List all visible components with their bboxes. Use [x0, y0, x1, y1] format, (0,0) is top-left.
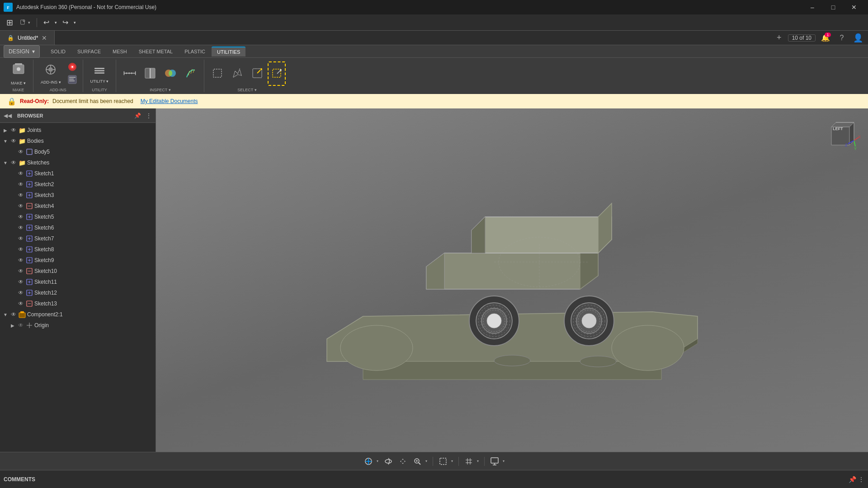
maximize-button[interactable]: □ [823, 0, 844, 14]
tree-item-body5[interactable]: 👁 Body5 [0, 146, 156, 157]
close-button[interactable]: ✕ [844, 0, 864, 14]
sketch8-vis-icon[interactable]: 👁 [17, 246, 24, 253]
display-settings-dropdown[interactable]: ▾ [488, 455, 506, 468]
browser-more-button[interactable]: ⋮ [146, 112, 152, 119]
origin-expand-icon[interactable]: ▶ [9, 322, 16, 329]
design-workspace-dropdown[interactable]: DESIGN ▾ [4, 45, 40, 58]
app-menu-button[interactable]: ⊞ [4, 16, 16, 29]
tab-utilities[interactable]: UTILITIES [212, 47, 245, 56]
document-tab[interactable]: 🔒 Untitled* ✕ [0, 31, 55, 45]
view-cube[interactable]: X Y Z LEFT [825, 116, 861, 152]
sketch11-vis-icon[interactable]: 👁 [17, 278, 24, 286]
tree-item-sketch6[interactable]: 👁 Sketch6 [0, 222, 156, 233]
cursor-tool-dropdown[interactable]: ▾ [362, 455, 380, 468]
sketch13-vis-icon[interactable]: 👁 [17, 300, 24, 307]
grid-settings-button[interactable] [462, 455, 475, 468]
notifications-button[interactable]: 🔔 1 [819, 32, 832, 44]
sketch3-vis-icon[interactable]: 👁 [17, 192, 24, 199]
undo-button[interactable]: ↩ [41, 16, 52, 29]
selection-mode-dropdown-arrow[interactable]: ▾ [449, 455, 455, 468]
display-dropdown-arrow[interactable]: ▾ [501, 455, 506, 468]
tab-close-button[interactable]: ✕ [42, 34, 47, 42]
display-settings-button[interactable] [488, 455, 501, 468]
tree-item-sketch5[interactable]: 👁 Sketch5 [0, 211, 156, 222]
tree-item-sketch10[interactable]: 👁 Sketch10 [0, 266, 156, 277]
tab-surface[interactable]: SURFACE [72, 47, 106, 56]
measure-button[interactable] [120, 61, 140, 86]
tree-item-sketch1[interactable]: 👁 Sketch1 [0, 168, 156, 179]
undo-dropdown-button[interactable]: ▾ [54, 16, 58, 29]
tree-item-sketch9[interactable]: 👁 Sketch9 [0, 255, 156, 266]
scripts-debug-button[interactable] [66, 74, 79, 86]
tree-item-bodies[interactable]: ▼ 👁 📁 Bodies [0, 136, 156, 146]
sketch7-vis-icon[interactable]: 👁 [17, 235, 24, 242]
tab-solid[interactable]: SOLID [45, 47, 71, 56]
comments-more-button[interactable]: ⋮ [858, 476, 864, 483]
browser-collapse-button[interactable]: ◀◀ [4, 113, 12, 119]
component2-expand-icon[interactable]: ▼ [2, 311, 9, 318]
selection-mode-dropdown[interactable]: ▾ [437, 455, 455, 468]
window-select-button[interactable] [208, 61, 227, 86]
freeform-select-button[interactable] [228, 61, 247, 86]
tree-item-sketches[interactable]: ▼ 👁 📁 Sketches [0, 157, 156, 168]
select-filters-button[interactable] [268, 61, 286, 86]
viewport[interactable]: X Y Z LEFT [156, 108, 868, 452]
sketch4-vis-icon[interactable]: 👁 [17, 202, 24, 210]
sketch6-vis-icon[interactable]: 👁 [17, 224, 24, 231]
tree-item-origin[interactable]: ▶ 👁 Origin [0, 320, 156, 331]
scripts-run-button[interactable] [66, 61, 79, 73]
file-button[interactable]: ▾ [18, 16, 33, 29]
tree-item-sketch11[interactable]: 👁 Sketch11 [0, 277, 156, 287]
zoom-button[interactable] [411, 455, 424, 468]
sketch2-vis-icon[interactable]: 👁 [17, 181, 24, 188]
user-button[interactable]: 👤 [852, 32, 864, 44]
tree-item-sketch8[interactable]: 👁 Sketch8 [0, 244, 156, 255]
grid-dropdown-arrow[interactable]: ▾ [475, 455, 481, 468]
sketch1-vis-icon[interactable]: 👁 [17, 170, 24, 177]
sketches-expand-icon[interactable]: ▼ [2, 159, 9, 166]
joints-expand-icon[interactable]: ▶ [2, 127, 9, 134]
sketches-visibility-icon[interactable]: 👁 [10, 159, 17, 166]
new-tab-button[interactable]: + [774, 32, 784, 44]
redo-button[interactable]: ↪ [60, 16, 71, 29]
joints-visibility-icon[interactable]: 👁 [10, 127, 17, 134]
minimize-button[interactable]: – [802, 0, 823, 14]
pan-button[interactable] [396, 455, 409, 468]
orbit-button[interactable] [382, 455, 395, 468]
paint-select-button[interactable] [248, 61, 267, 86]
body5-visibility-icon[interactable]: 👁 [17, 148, 24, 155]
interference-button[interactable] [160, 61, 180, 86]
curvature-comb-button[interactable] [181, 61, 200, 86]
editable-documents-link[interactable]: My Editable Documents [141, 98, 198, 104]
cursor-tool-button[interactable] [362, 455, 375, 468]
bodies-visibility-icon[interactable]: 👁 [10, 137, 17, 145]
comments-pin-button[interactable]: 📌 [849, 476, 856, 483]
cursor-tool-dropdown-arrow[interactable]: ▾ [375, 455, 380, 468]
zoom-dropdown-arrow[interactable]: ▾ [424, 455, 429, 468]
add-ins-button[interactable]: ADD-INS ▾ [37, 61, 65, 86]
sketch10-vis-icon[interactable]: 👁 [17, 267, 24, 275]
sketch5-vis-icon[interactable]: 👁 [17, 213, 24, 221]
origin-vis-icon[interactable]: 👁 [17, 322, 24, 329]
tree-item-sketch4[interactable]: 👁 Sketch4 [0, 201, 156, 211]
redo-dropdown-button[interactable]: ▾ [73, 16, 77, 29]
utility-button[interactable]: UTILITY ▾ [87, 61, 113, 86]
tree-item-sketch7[interactable]: 👁 Sketch7 [0, 233, 156, 244]
component2-vis-icon[interactable]: 👁 [10, 311, 17, 318]
bodies-expand-icon[interactable]: ▼ [2, 137, 9, 145]
sketch9-vis-icon[interactable]: 👁 [17, 257, 24, 264]
make-button[interactable]: MAKE ▾ [7, 61, 29, 86]
tab-sheet-metal[interactable]: SHEET METAL [133, 47, 178, 56]
grid-settings-dropdown[interactable]: ▾ [462, 455, 481, 468]
section-analysis-button[interactable] [141, 61, 160, 86]
browser-pin-button[interactable]: 📌 [134, 113, 141, 119]
help-button[interactable]: ? [835, 32, 848, 44]
selection-mode-button[interactable] [437, 455, 449, 468]
tree-item-sketch12[interactable]: 👁 Sketch12 [0, 287, 156, 298]
tab-mesh[interactable]: MESH [107, 47, 132, 56]
tree-item-sketch3[interactable]: 👁 Sketch3 [0, 190, 156, 201]
tree-item-component2[interactable]: ▼ 👁 Component2:1 [0, 309, 156, 320]
tab-plastic[interactable]: PLASTIC [179, 47, 211, 56]
tree-item-sketch2[interactable]: 👁 Sketch2 [0, 179, 156, 190]
sketch12-vis-icon[interactable]: 👁 [17, 289, 24, 296]
